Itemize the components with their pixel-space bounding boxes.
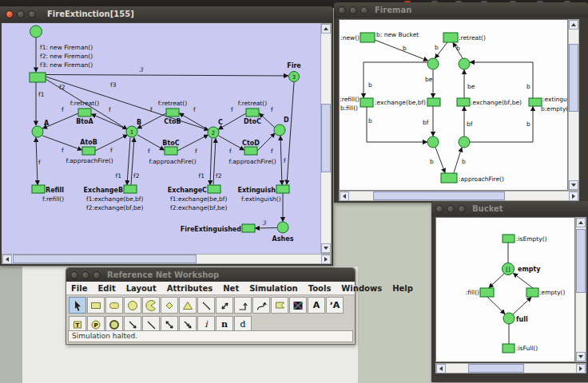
transition-exchangeb[interactable] [124,185,137,193]
scroll-thumb[interactable] [321,104,331,172]
bucket-canvas[interactable]: [] :isEmpty() empty :fill() :empty() ful… [435,217,575,362]
place-bottom-right[interactable] [459,136,470,148]
transition-create-firemen[interactable] [30,73,46,82]
maximize-button[interactable] [458,205,466,213]
transition-ctod[interactable] [244,147,257,155]
selection-tool-button[interactable] [69,297,86,314]
transition-isfull[interactable] [503,344,514,353]
maximize-button[interactable] [360,6,368,14]
diagonal-connection-tool-button[interactable] [216,297,233,314]
bucket-titlebar[interactable]: Bucket [431,201,588,216]
minimize-button[interactable] [81,271,89,279]
fire-hscrollbar[interactable] [2,254,332,264]
workshop-titlebar[interactable]: Reference Net Workshop [66,268,355,282]
place-top-right[interactable] [459,58,470,69]
scroll-thumb[interactable] [569,44,578,112]
place-start[interactable] [30,26,42,38]
close-button[interactable] [338,6,346,14]
transition-exchange-be-bf[interactable] [427,98,440,106]
scroll-thumb[interactable] [13,255,197,263]
close-button[interactable] [70,271,78,279]
transition-refill[interactable] [360,98,373,107]
diamond-icon [163,299,176,312]
minimize-button[interactable] [349,6,357,14]
maximize-button[interactable] [93,271,101,279]
arc-label: f [195,148,197,155]
transition-exchange-bf-be[interactable] [457,98,470,106]
rectangle-tool-button[interactable] [87,297,105,314]
transition-retreat[interactable] [443,33,458,42]
transition-new[interactable] [360,33,375,42]
transition-refill[interactable] [32,185,45,193]
transition-dtoc[interactable] [246,109,259,116]
connected-text-tool-button[interactable]: ʼA [326,297,344,314]
scroll-thumb[interactable] [468,364,524,373]
scroll-thumb[interactable] [373,192,505,200]
minimize-button[interactable] [447,205,455,213]
place-name: Fire [287,62,301,69]
fireman-canvas[interactable]: :new() b: new Bucket :retreat() :refill(… [339,19,568,191]
close-button[interactable] [435,205,443,213]
transition-fireextinguished[interactable] [242,224,255,232]
place-full[interactable] [503,313,514,324]
scroll-thumb[interactable] [576,229,586,293]
transition-isempty[interactable] [503,235,514,243]
transition-ctob[interactable] [166,109,179,116]
transition-name: BtoA [76,118,93,125]
fireman-vscrollbar[interactable] [568,19,579,191]
polygon-tool-button[interactable] [271,297,288,314]
fire-vscrollbar[interactable] [320,23,332,254]
double-arrow-icon [218,299,231,312]
transition-extinguish[interactable] [529,98,542,106]
window-title: FireExtinction[155] [47,10,134,18]
rounded-rectangle-icon [108,299,121,312]
pie-tool-button[interactable] [142,297,160,314]
bucket-hscrollbar[interactable] [435,363,586,373]
elbow-arrow-icon [236,299,249,312]
place-a[interactable] [32,126,43,137]
menu-layout[interactable]: Layout [126,284,157,293]
arc-label: be [425,76,433,83]
menu-help[interactable]: Help [392,284,413,293]
place-d[interactable] [274,124,285,136]
menu-windows[interactable]: Windows [341,284,382,293]
inscription: f:extinguish() [241,195,281,203]
transition-fill[interactable] [480,288,494,297]
arc-label: f1 [116,172,122,180]
transition-approachfire[interactable] [441,173,457,183]
menu-tools[interactable]: Tools [308,284,332,293]
menu-attributes[interactable]: Attributes [167,284,213,293]
transition-name: BtoC [162,140,179,147]
diamond-tool-button[interactable] [161,297,178,314]
menu-simulation[interactable]: Simulation [249,284,298,293]
transition-extinguish[interactable] [276,185,289,193]
fireman-titlebar[interactable]: Fireman [334,2,588,18]
transition-empty[interactable] [526,288,538,297]
place-bottom-left[interactable] [427,136,439,148]
fireman-hscrollbar[interactable] [339,191,579,201]
close-button[interactable] [6,10,14,18]
line-tool-button[interactable] [197,297,215,314]
transition-atob[interactable] [82,147,95,155]
triangle-tool-button[interactable] [179,297,197,314]
maximize-button[interactable] [28,10,36,18]
elbow-connection-tool-button[interactable] [234,297,252,314]
menu-edit[interactable]: Edit [97,284,115,293]
image-tool-button[interactable] [289,297,307,314]
menu-net[interactable]: Net [223,284,239,293]
minimize-button[interactable] [17,10,25,18]
curve-connection-tool-button[interactable] [252,297,270,314]
transition-btoc[interactable] [165,147,177,155]
arc-label: b [526,83,530,90]
bucket-vscrollbar[interactable] [575,217,586,362]
ellipse-tool-button[interactable] [124,297,141,314]
place-top-left[interactable] [427,58,439,69]
rounded-rectangle-tool-button[interactable] [105,297,123,314]
text-tool-button[interactable]: A [308,297,325,314]
menu-file[interactable]: File [71,284,87,293]
place-ashes[interactable] [277,222,288,233]
fire-titlebar[interactable]: FireExtinction[155] [0,6,333,22]
transition-exchangec[interactable] [208,185,220,193]
fireextinction-canvas[interactable]: 1 2 3 f1: new Fireman() f2: new Fireman(… [2,23,320,254]
transition-btoa[interactable] [78,109,91,116]
